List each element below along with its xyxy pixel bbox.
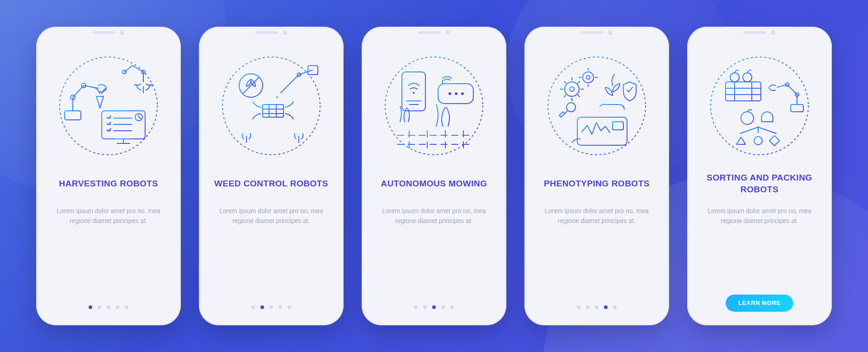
- onboarding-screen-2: WEED CONTROL ROBOTS Lorem ipsum dolor am…: [199, 27, 344, 325]
- svg-point-21: [565, 82, 579, 96]
- svg-rect-14: [402, 72, 425, 111]
- phone-notch: [726, 27, 793, 38]
- screen-description: Lorem ipsum dolor amet pro no, mea regio…: [699, 206, 820, 226]
- pagination-dot[interactable]: [423, 305, 427, 309]
- pagination-dots: [524, 305, 669, 309]
- autonomous-mowing-icon: [382, 54, 486, 158]
- svg-point-19: [461, 92, 464, 95]
- pagination-dot[interactable]: [269, 305, 273, 309]
- svg-point-18: [455, 92, 458, 95]
- svg-rect-32: [791, 105, 803, 112]
- phenotyping-robots-icon: [545, 54, 649, 158]
- svg-point-30: [730, 73, 739, 82]
- pagination-dots: [362, 305, 506, 309]
- screen-title: AUTONOMOUS MOWING: [378, 171, 490, 196]
- onboarding-screen-3: AUTONOMOUS MOWING Lorem ipsum dolor amet…: [362, 27, 506, 325]
- screen-title: WEED CONTROL ROBOTS: [212, 171, 331, 196]
- screen-description: Lorem ipsum dolor amet pro no, mea regio…: [48, 206, 169, 226]
- svg-point-31: [743, 73, 752, 82]
- phone-notch: [237, 27, 305, 38]
- pagination-dot[interactable]: [595, 305, 599, 309]
- onboarding-screen-4: PHENOTYPING ROBOTS Lorem ipsum dolor ame…: [524, 27, 669, 325]
- pagination-dot[interactable]: [89, 305, 92, 309]
- learn-more-button[interactable]: LEARN MORE: [726, 295, 793, 312]
- screen-description: Lorem ipsum dolor amet pro no, mea regio…: [536, 206, 657, 226]
- pagination-dot[interactable]: [251, 305, 255, 309]
- weed-control-icon: [219, 54, 323, 158]
- svg-rect-37: [769, 136, 780, 146]
- screen-title: HARVESTING ROBOTS: [56, 171, 160, 196]
- pagination-dot[interactable]: [288, 305, 291, 309]
- svg-point-17: [448, 92, 451, 95]
- harvesting-robots-icon: [57, 54, 160, 158]
- pagination-dot[interactable]: [260, 305, 264, 309]
- pagination-dot[interactable]: [116, 305, 119, 309]
- phone-notch: [563, 27, 631, 38]
- pagination-dot[interactable]: [125, 305, 128, 309]
- svg-point-13: [385, 57, 483, 155]
- phone-notch: [400, 27, 468, 38]
- pagination-dot[interactable]: [414, 305, 418, 309]
- svg-point-15: [413, 92, 415, 94]
- svg-rect-1: [65, 111, 81, 120]
- svg-rect-27: [613, 122, 623, 130]
- svg-point-23: [583, 72, 594, 83]
- pagination-dot[interactable]: [98, 305, 101, 309]
- screen-description: Lorem ipsum dolor amet pro no, mea regio…: [211, 206, 332, 226]
- svg-point-25: [566, 103, 576, 112]
- sorting-packing-icon: [708, 54, 811, 158]
- screen-title: SORTING AND PACKING ROBOTS: [699, 171, 820, 196]
- screen-title: PHENOTYPING ROBOTS: [541, 171, 652, 196]
- svg-point-22: [570, 87, 574, 91]
- svg-point-24: [586, 76, 590, 79]
- pagination-dots: [199, 305, 344, 309]
- pagination-dot[interactable]: [604, 305, 608, 309]
- svg-rect-12: [263, 105, 283, 117]
- svg-point-36: [754, 137, 762, 145]
- svg-point-35: [741, 112, 754, 124]
- onboarding-screen-5: SORTING AND PACKING ROBOTS Lorem ipsum d…: [687, 27, 832, 325]
- pagination-dot[interactable]: [441, 305, 445, 309]
- pagination-dot[interactable]: [432, 305, 436, 309]
- svg-point-20: [548, 57, 646, 155]
- screen-description: Lorem ipsum dolor amet pro no, mea regio…: [373, 206, 495, 226]
- svg-point-8: [222, 57, 320, 155]
- pagination-dot[interactable]: [613, 305, 617, 309]
- pagination-dot[interactable]: [577, 305, 580, 309]
- pagination-dot[interactable]: [278, 305, 282, 309]
- svg-point-28: [711, 57, 808, 155]
- phone-notch: [75, 27, 142, 38]
- onboarding-screens-row: HARVESTING ROBOTS Lorem ipsum dolor amet…: [0, 0, 868, 352]
- pagination-dot[interactable]: [450, 305, 454, 309]
- onboarding-screen-1: HARVESTING ROBOTS Lorem ipsum dolor amet…: [36, 27, 181, 325]
- pagination-dot[interactable]: [586, 305, 590, 309]
- svg-rect-29: [726, 82, 761, 101]
- pagination-dot[interactable]: [107, 305, 110, 309]
- pagination-dots: [36, 305, 181, 309]
